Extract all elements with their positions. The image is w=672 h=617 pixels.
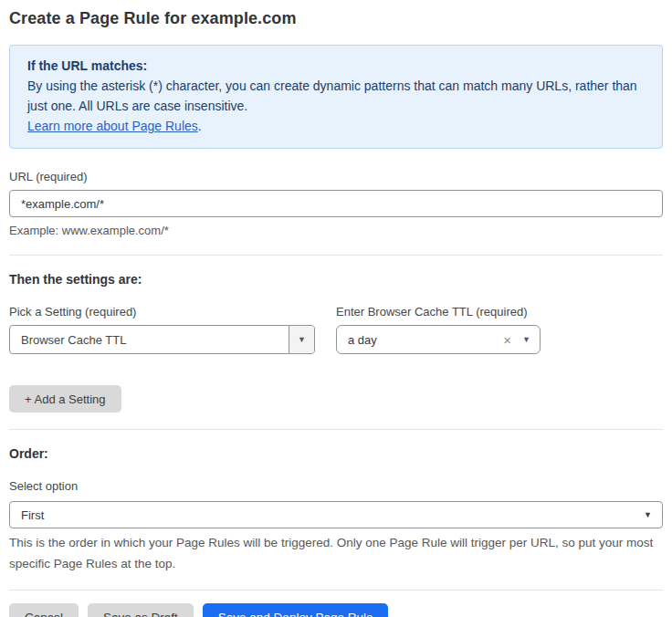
ttl-value: a day bbox=[348, 333, 503, 347]
learn-more-link[interactable]: Learn more about Page Rules bbox=[27, 119, 198, 133]
chevron-down-icon: ▼ bbox=[289, 326, 314, 353]
settings-row: Pick a Setting (required) Browser Cache … bbox=[9, 305, 663, 354]
order-helper-text: This is the order in which your Page Rul… bbox=[9, 532, 663, 574]
link-suffix: . bbox=[198, 119, 202, 133]
add-setting-wrap: + Add a Setting bbox=[9, 385, 663, 413]
footer-buttons: Cancel Save as Draft Save and Deploy Pag… bbox=[9, 603, 663, 617]
pick-setting-column: Pick a Setting (required) Browser Cache … bbox=[9, 305, 315, 354]
chevron-down-icon: ▼ bbox=[644, 510, 652, 519]
ttl-column: Enter Browser Cache TTL (required) a day… bbox=[336, 305, 541, 354]
divider bbox=[9, 590, 663, 591]
add-setting-button[interactable]: + Add a Setting bbox=[9, 385, 121, 413]
url-matches-info-box: If the URL matches: By using the asteris… bbox=[9, 45, 663, 149]
order-value: First bbox=[21, 508, 644, 522]
page-title: Create a Page Rule for example.com bbox=[9, 7, 663, 29]
info-box-heading: If the URL matches: bbox=[27, 56, 645, 76]
save-as-draft-button[interactable]: Save as Draft bbox=[88, 603, 194, 617]
pick-setting-label: Pick a Setting (required) bbox=[9, 305, 315, 319]
divider bbox=[9, 429, 663, 430]
url-label: URL (required) bbox=[9, 170, 663, 183]
pick-setting-value: Browser Cache TTL bbox=[10, 326, 289, 353]
divider bbox=[9, 255, 663, 256]
chevron-down-icon: ▼ bbox=[522, 335, 530, 344]
ttl-label: Enter Browser Cache TTL (required) bbox=[336, 305, 541, 319]
clear-icon[interactable]: × bbox=[503, 333, 511, 347]
create-page-rule-form: Create a Page Rule for example.com If th… bbox=[0, 0, 672, 617]
order-select-label: Select option bbox=[9, 479, 663, 493]
save-and-deploy-button[interactable]: Save and Deploy Page Rule bbox=[203, 603, 389, 617]
url-example-text: Example: www.example.com/* bbox=[9, 224, 663, 238]
pick-setting-select[interactable]: Browser Cache TTL ▼ bbox=[9, 325, 315, 354]
order-select[interactable]: First ▼ bbox=[9, 501, 663, 528]
ttl-select[interactable]: a day × ▼ bbox=[336, 325, 541, 354]
order-section-heading: Order: bbox=[9, 446, 663, 461]
settings-section-heading: Then the settings are: bbox=[9, 272, 663, 287]
url-input[interactable] bbox=[9, 190, 663, 217]
cancel-button[interactable]: Cancel bbox=[9, 603, 79, 617]
info-box-body: By using the asterisk (*) character, you… bbox=[27, 76, 645, 116]
info-box-link-line: Learn more about Page Rules. bbox=[27, 116, 645, 136]
